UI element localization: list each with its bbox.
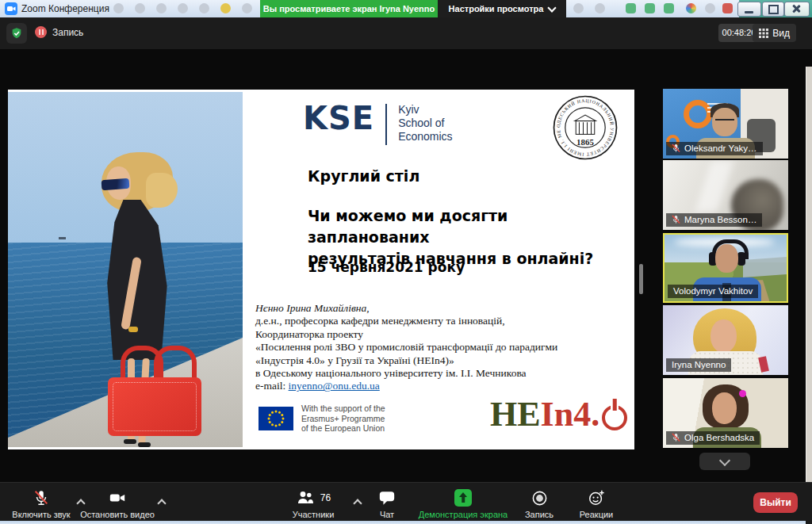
participants-count: 76 xyxy=(320,492,331,503)
chat-bubble-icon xyxy=(378,490,396,507)
speaker-name: Нєнно Ірина Михайлівна, xyxy=(255,302,557,315)
chevron-down-icon xyxy=(548,3,557,12)
seal-year: 1865 xyxy=(576,137,594,147)
mic-muted-icon xyxy=(672,433,680,442)
participant-name-bar: Olga Bershadska xyxy=(666,431,760,445)
speaker-photo xyxy=(8,92,243,447)
share-screen-button[interactable]: Демонстрация экрана xyxy=(411,488,515,519)
leave-button[interactable]: Выйти xyxy=(753,492,798,513)
speaker-info: Нєнно Ірина Михайлівна, д.е.н., професор… xyxy=(255,302,557,393)
email-link[interactable]: inyenno@onu.edu.ua xyxy=(289,380,380,392)
photo-ship xyxy=(59,237,66,239)
presentation-slide: KSE Kyiv School of Economics ОДЕСЬКИЙ НА… xyxy=(8,90,634,449)
record-button[interactable]: Запись xyxy=(517,488,561,519)
video-tile-maryna[interactable]: Maryna Besson… xyxy=(663,160,788,230)
video-tile-iryna[interactable]: Iryna Nyenno xyxy=(663,305,788,375)
maximize-icon xyxy=(768,5,779,14)
taskbar-icon xyxy=(645,3,655,13)
taskbar-icon xyxy=(573,3,584,13)
erasmus-block: With the support of the Erasmus+ Program… xyxy=(259,404,385,434)
taskbar-icon xyxy=(135,3,145,13)
video-tile-olga[interactable]: Olga Bershadska xyxy=(663,378,788,448)
eu-flag-icon xyxy=(259,407,293,430)
shield-check-icon xyxy=(10,27,23,40)
slide-scrollbar-thumb[interactable] xyxy=(639,264,643,294)
participants-sidebar: Oleksandr Yaky… Maryna Besson… xyxy=(663,89,788,482)
participant-name-bar: Oleksandr Yaky… xyxy=(666,142,763,155)
view-label: Вид xyxy=(772,28,790,39)
hein4-logo: HEIn4. xyxy=(490,396,627,434)
video-tile-volodymyr-active-speaker[interactable]: Volodymyr Vakhitov xyxy=(663,233,788,303)
participants-options-chevron[interactable] xyxy=(354,495,361,510)
photo-bracelet xyxy=(128,327,138,332)
right-scrollbar[interactable] xyxy=(806,67,812,524)
title-bar: Zoom Конференция Вы просматриваете экран… xyxy=(0,0,812,18)
smiley-plus-icon xyxy=(588,489,605,507)
screen-viewing-banner: Вы просматриваете экран Iryna Nyenno xyxy=(260,0,438,17)
video-options-chevron[interactable] xyxy=(159,495,165,510)
unmute-button[interactable]: Включить звук xyxy=(5,488,78,519)
taskbar-icon xyxy=(626,3,636,13)
bottom-toolbar: Включить звук Остановить видео xyxy=(0,482,812,524)
photo-red-handbag xyxy=(108,346,201,436)
collapse-thumbnails-button[interactable] xyxy=(699,453,750,470)
participant-name-bar: Maryna Besson… xyxy=(666,213,762,227)
record-icon xyxy=(531,490,548,507)
photo-shoe xyxy=(124,439,136,444)
taskbar-icon xyxy=(664,3,674,13)
taskbar-icon xyxy=(686,3,696,13)
taskbar-icon xyxy=(595,3,605,13)
security-shield-button[interactable] xyxy=(6,23,27,44)
maximize-button[interactable] xyxy=(762,2,784,17)
shared-screen-area: KSE Kyiv School of Economics ОДЕСЬКИЙ НА… xyxy=(0,49,812,482)
stop-video-button[interactable]: Остановить видео xyxy=(79,488,155,519)
erasmus-support-text: With the support of the Erasmus+ Program… xyxy=(301,404,385,434)
taskbar-icon xyxy=(242,3,252,13)
taskbar-icon xyxy=(199,3,209,13)
grid-icon xyxy=(759,29,768,38)
photo-shoe xyxy=(138,442,151,447)
share-screen-icon xyxy=(454,489,472,507)
camera-icon xyxy=(108,489,127,507)
window-bottom-edge xyxy=(0,521,806,524)
video-tile-oleksandr[interactable]: Oleksandr Yaky… xyxy=(663,89,788,159)
mic-muted-icon xyxy=(672,143,680,153)
taskbar-icon xyxy=(722,3,733,13)
power-icon xyxy=(602,405,627,430)
zoom-app-icon xyxy=(5,2,17,15)
taskbar-icon xyxy=(156,3,167,13)
view-settings-button[interactable]: Настройки просмотра xyxy=(438,0,566,17)
photo-sunglasses xyxy=(102,178,130,190)
kse-divider xyxy=(385,104,387,145)
chevron-down-icon xyxy=(719,454,730,465)
mic-muted-icon xyxy=(672,215,680,224)
meeting-control-bar: Запись 00:48:26 Вид xyxy=(0,17,812,49)
close-button[interactable] xyxy=(784,2,810,17)
kse-subtitle: Kyiv School of Economics xyxy=(398,101,452,143)
minimize-icon xyxy=(745,11,753,13)
slide-heading: Круглий стіл xyxy=(308,167,419,185)
taskbar-icon xyxy=(220,3,231,13)
slide-date: 15 червня2021 року xyxy=(308,259,465,275)
email-row: e-mail: inyenno@onu.edu.ua xyxy=(255,380,557,392)
minimize-button[interactable] xyxy=(737,2,761,17)
taskbar-icon xyxy=(705,3,715,13)
participant-name-bar: Volodymyr Vakhitov xyxy=(668,285,758,298)
university-seal: ОДЕСЬКИЙ НАЦІОНАЛЬНИЙ УНІВЕРСИТЕТ ІМЕНІ … xyxy=(552,94,619,161)
participants-icon xyxy=(296,490,315,506)
chat-button[interactable]: Чат xyxy=(363,488,411,519)
kse-acronym: KSE xyxy=(303,101,374,136)
mic-muted-icon xyxy=(33,489,50,507)
participant-name-bar: Iryna Nyenno xyxy=(666,358,731,372)
reactions-button[interactable]: Реакции xyxy=(569,488,623,519)
recording-pause-icon[interactable] xyxy=(35,26,47,38)
taskbar-icon xyxy=(113,3,124,13)
cursor-dot xyxy=(739,390,746,397)
window-title: Zoom Конференция xyxy=(21,3,109,14)
zoom-meeting-window: Zoom Конференция Вы просматриваете экран… xyxy=(0,0,812,524)
recording-indicator: Запись xyxy=(35,26,83,38)
kse-logo: KSE Kyiv School of Economics xyxy=(303,101,453,145)
taskbar-icon xyxy=(178,3,188,13)
view-button[interactable]: Вид xyxy=(753,24,796,42)
participants-button[interactable]: 76 Участники xyxy=(274,488,353,519)
